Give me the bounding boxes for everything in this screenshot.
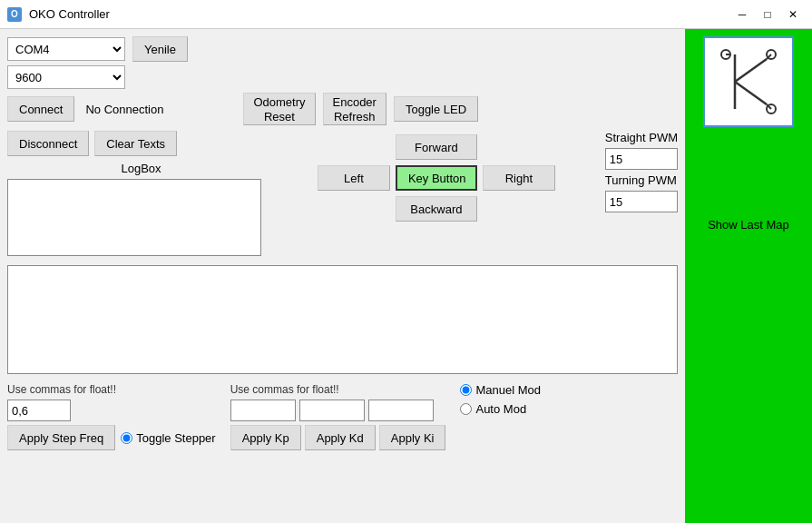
com-select[interactable]: COM4 COM3 COM5 bbox=[7, 37, 125, 61]
baud-select[interactable]: 9600 115200 57600 bbox=[7, 65, 125, 89]
kd-input[interactable] bbox=[299, 400, 365, 421]
toggle-stepper-radio[interactable] bbox=[121, 432, 132, 444]
log-box[interactable] bbox=[7, 179, 261, 256]
row-com: COM4 COM3 COM5 Yenile bbox=[7, 36, 678, 62]
left-panel: COM4 COM3 COM5 Yenile 9600 115200 57600 … bbox=[0, 29, 685, 523]
log-header: Disconnect Clear Texts bbox=[7, 131, 275, 156]
clear-texts-button[interactable]: Clear Texts bbox=[94, 131, 177, 156]
encoder-refresh-button[interactable]: EncoderRefresh bbox=[323, 93, 386, 125]
window-title: OKO Controller bbox=[29, 7, 723, 21]
kpkdki-inputs bbox=[230, 400, 446, 421]
svg-line-4 bbox=[735, 59, 767, 82]
float-label-2: Use commas for float!! bbox=[230, 383, 446, 396]
backward-button[interactable]: Backward bbox=[396, 196, 477, 222]
oko-image-box bbox=[703, 36, 794, 127]
kpkdki-buttons: Apply Kp Apply Kd Apply Ki bbox=[230, 425, 446, 450]
connection-status: No Connection bbox=[85, 103, 163, 116]
row-connect: Connect No Connection OdometryReset Enco… bbox=[7, 93, 678, 125]
kp-input[interactable] bbox=[230, 400, 296, 421]
yenile-button[interactable]: Yenile bbox=[132, 36, 188, 62]
log-panel: Disconnect Clear Texts LogBox bbox=[7, 131, 275, 256]
minimize-button[interactable]: ─ bbox=[730, 5, 754, 24]
right-panel: Show Last Map bbox=[685, 29, 812, 523]
straight-pwm-label: Straight PWM bbox=[605, 131, 678, 144]
kpkdki-group: Use commas for float!! Apply Kp Apply Kd… bbox=[230, 383, 446, 450]
apply-ki-button[interactable]: Apply Ki bbox=[379, 425, 446, 450]
show-last-map-button[interactable]: Show Last Map bbox=[694, 218, 803, 233]
bottom-controls: Use commas for float!! Apply Step Freq T… bbox=[7, 383, 678, 450]
app-icon: O bbox=[7, 7, 22, 22]
float-label-1: Use commas for float!! bbox=[7, 383, 216, 396]
apply-kp-button[interactable]: Apply Kp bbox=[230, 425, 301, 450]
straight-pwm-input[interactable] bbox=[605, 148, 678, 170]
disconnect-button[interactable]: Disconnect bbox=[7, 131, 89, 156]
turning-pwm-label: Turning PWM bbox=[605, 173, 678, 187]
logbox-label: LogBox bbox=[7, 162, 275, 175]
right-button[interactable]: Right bbox=[483, 165, 555, 191]
row-baud: 9600 115200 57600 bbox=[7, 65, 678, 89]
apply-kd-button[interactable]: Apply Kd bbox=[305, 425, 376, 450]
title-bar: O OKO Controller ─ □ ✕ bbox=[0, 0, 812, 29]
toggle-stepper-label[interactable]: Toggle Stepper bbox=[121, 431, 215, 445]
auto-mod-option[interactable]: Auto Mod bbox=[460, 402, 541, 416]
key-button[interactable]: Key Button bbox=[396, 165, 477, 191]
pwm-panel: Straight PWM Turning PWM bbox=[605, 131, 678, 256]
step-input[interactable] bbox=[7, 400, 71, 421]
middle-area: Disconnect Clear Texts LogBox Forward Le… bbox=[7, 131, 678, 256]
apply-step-button[interactable]: Apply Step Freq bbox=[7, 425, 115, 450]
bottom-text-area[interactable] bbox=[7, 265, 678, 374]
connect-button[interactable]: Connect bbox=[7, 96, 74, 122]
ki-input[interactable] bbox=[368, 400, 434, 421]
auto-mod-radio[interactable] bbox=[460, 403, 472, 415]
mode-radio-group: Manuel Mod Auto Mod bbox=[460, 383, 541, 416]
close-button[interactable]: ✕ bbox=[781, 5, 805, 24]
oko-symbol bbox=[708, 41, 789, 123]
window-controls: ─ □ ✕ bbox=[730, 5, 805, 24]
left-button[interactable]: Left bbox=[318, 165, 390, 191]
manuel-mod-radio[interactable] bbox=[460, 384, 472, 396]
maximize-button[interactable]: □ bbox=[756, 5, 779, 24]
toggle-led-button[interactable]: Toggle LED bbox=[394, 96, 478, 122]
main-content: COM4 COM3 COM5 Yenile 9600 115200 57600 … bbox=[0, 29, 812, 523]
step-group: Use commas for float!! Apply Step Freq T… bbox=[7, 383, 216, 450]
control-row-middle: Left Key Button Right bbox=[318, 165, 555, 191]
manuel-mod-option[interactable]: Manuel Mod bbox=[460, 383, 541, 397]
control-panel: Forward Left Key Button Right Backward bbox=[282, 131, 591, 256]
odometry-reset-button[interactable]: OdometryReset bbox=[243, 93, 315, 125]
turning-pwm-input[interactable] bbox=[605, 191, 678, 212]
forward-button[interactable]: Forward bbox=[396, 134, 477, 160]
svg-line-5 bbox=[735, 82, 767, 104]
